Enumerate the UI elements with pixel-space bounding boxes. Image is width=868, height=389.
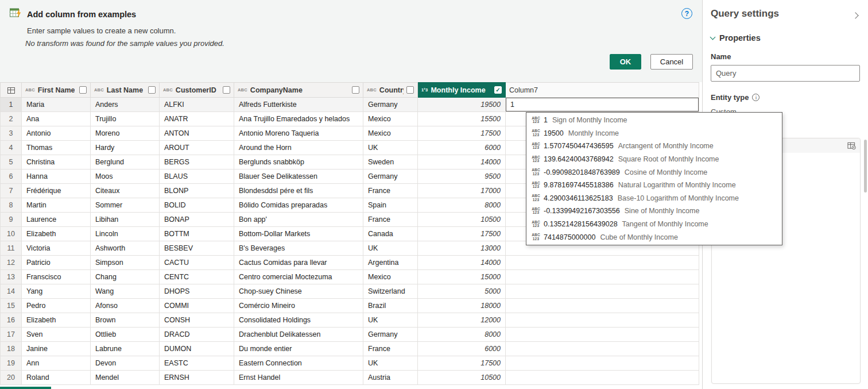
cell[interactable]: 9500 xyxy=(418,170,506,184)
new-column-cell[interactable] xyxy=(506,284,699,299)
row-number[interactable]: 19 xyxy=(1,356,22,371)
example-value-input[interactable] xyxy=(506,98,699,111)
cell[interactable]: Christina xyxy=(22,155,91,170)
cell[interactable]: ALFKI xyxy=(160,98,234,112)
cell[interactable]: BESBEV xyxy=(160,241,234,256)
row-number[interactable]: 4 xyxy=(1,141,22,155)
cell[interactable]: AROUT xyxy=(160,141,234,155)
cell[interactable]: BOTTM xyxy=(160,227,234,241)
row-number[interactable]: 14 xyxy=(1,284,22,299)
cell[interactable]: Canada xyxy=(363,227,418,241)
cell[interactable]: Mexico xyxy=(363,270,418,284)
cell[interactable]: 17500 xyxy=(418,227,506,241)
cell[interactable]: Moos xyxy=(91,170,160,184)
cell[interactable]: Eastern Connection xyxy=(234,356,363,371)
cell[interactable]: Spain xyxy=(363,198,418,213)
row-number[interactable]: 1 xyxy=(1,98,22,112)
cell[interactable]: Sven xyxy=(22,328,91,342)
cell[interactable]: Yang xyxy=(22,284,91,299)
cell[interactable]: Laurence xyxy=(22,213,91,227)
suggestion-item[interactable]: ABC1230.13521428156439028Tangent of Mont… xyxy=(526,218,782,231)
column-checkbox[interactable] xyxy=(79,86,87,94)
cell[interactable]: Roland xyxy=(22,371,91,385)
cell[interactable]: Around the Horn xyxy=(234,141,363,155)
cell[interactable]: Bottom-Dollar Markets xyxy=(234,227,363,241)
suggestion-item[interactable]: ABC1234.2900346113625183Base-10 Logarith… xyxy=(526,192,782,205)
cell[interactable]: Pedro xyxy=(22,299,91,313)
horizontal-scrollbar-thumb[interactable] xyxy=(0,387,51,389)
row-number[interactable]: 7 xyxy=(1,184,22,198)
help-icon[interactable]: ? xyxy=(681,8,692,19)
cell[interactable]: Berglund xyxy=(91,155,160,170)
cell[interactable]: UK xyxy=(363,141,418,155)
cell[interactable]: France xyxy=(363,342,418,356)
suggestion-item[interactable]: ABC1239.8781697445518386Natural Logarith… xyxy=(526,179,782,192)
cell[interactable]: Frédérique xyxy=(22,184,91,198)
cell[interactable]: Ernst Handel xyxy=(234,371,363,385)
suggestion-item[interactable]: ABC12319500Monthly Income xyxy=(526,127,782,140)
cell[interactable]: Cactus Comidas para llevar xyxy=(234,256,363,270)
cell[interactable]: DHOPS xyxy=(160,284,234,299)
cell[interactable]: UK xyxy=(363,313,418,328)
cell[interactable]: 17500 xyxy=(418,126,506,141)
cell[interactable]: ANATR xyxy=(160,112,234,126)
row-number[interactable]: 8 xyxy=(1,198,22,213)
new-column-cell[interactable] xyxy=(506,299,699,313)
cell[interactable]: UK xyxy=(363,241,418,256)
cell[interactable]: 17500 xyxy=(418,356,506,371)
cell[interactable]: Centro comercial Moctezuma xyxy=(234,270,363,284)
vertical-scrollbar-thumb[interactable] xyxy=(864,140,867,192)
suggestion-item[interactable]: ABC123-0.13399492167303556Sine of Monthl… xyxy=(526,205,782,218)
cell[interactable]: Martin xyxy=(22,198,91,213)
suggestion-item[interactable]: ABC123-0.99098201848763989Cosine of Mont… xyxy=(526,165,782,179)
new-column-cell[interactable] xyxy=(506,270,699,284)
cell[interactable]: 10500 xyxy=(418,371,506,385)
cell[interactable]: Comércio Mineiro xyxy=(234,299,363,313)
cell[interactable]: Moreno xyxy=(91,126,160,141)
cell[interactable]: 5000 xyxy=(418,284,506,299)
cell[interactable]: Thomas xyxy=(22,141,91,155)
cell[interactable]: 10500 xyxy=(418,213,506,227)
new-column-cell[interactable] xyxy=(506,371,699,385)
column-header-country[interactable]: ABCCountry xyxy=(363,83,418,98)
column-header-companyname[interactable]: ABCCompanyName xyxy=(234,83,363,98)
cell[interactable]: Anders xyxy=(91,98,160,112)
cell[interactable]: Janine xyxy=(22,342,91,356)
cell[interactable]: Blauer See Delikatessen xyxy=(234,170,363,184)
suggestion-item[interactable]: ABC1231Sign of Monthly Income xyxy=(526,114,782,127)
cell[interactable]: Sommer xyxy=(91,198,160,213)
row-number[interactable]: 10 xyxy=(1,227,22,241)
cell[interactable]: Antonio xyxy=(22,126,91,141)
ok-button[interactable]: OK xyxy=(610,54,641,70)
cell[interactable]: Elizabeth xyxy=(22,313,91,328)
cell[interactable]: Germany xyxy=(363,170,418,184)
cell[interactable]: Bon app' xyxy=(234,213,363,227)
query-name-input[interactable] xyxy=(711,65,860,82)
cell[interactable]: BLONP xyxy=(160,184,234,198)
cell[interactable]: ERNSH xyxy=(160,371,234,385)
suggestion-item[interactable]: ABC1237414875000000Cube of Monthly Incom… xyxy=(526,230,782,244)
cell[interactable]: Bólido Comidas preparadas xyxy=(234,198,363,213)
column-header-customerid[interactable]: ABCCustomerID xyxy=(160,83,234,98)
cell[interactable]: Switzerland xyxy=(363,284,418,299)
cell[interactable]: Germany xyxy=(363,328,418,342)
cell[interactable]: Mexico xyxy=(363,126,418,141)
cell[interactable]: 8000 xyxy=(418,328,506,342)
row-number[interactable]: 18 xyxy=(1,342,22,356)
cell[interactable]: UK xyxy=(363,356,418,371)
column-checkbox[interactable] xyxy=(148,86,156,94)
cell[interactable]: BERGS xyxy=(160,155,234,170)
cell[interactable]: Labrune xyxy=(91,342,160,356)
cell[interactable]: 14000 xyxy=(418,256,506,270)
new-column-cell[interactable] xyxy=(506,98,699,112)
cell[interactable]: Mexico xyxy=(363,112,418,126)
cell[interactable]: Hanna xyxy=(22,170,91,184)
cell[interactable]: Ann xyxy=(22,356,91,371)
properties-section-header[interactable]: Properties xyxy=(711,33,860,43)
row-number[interactable]: 2 xyxy=(1,112,22,126)
cell[interactable]: Austria xyxy=(363,371,418,385)
cell[interactable]: 12000 xyxy=(418,313,506,328)
cell[interactable]: Lincoln xyxy=(91,227,160,241)
cell[interactable]: Simpson xyxy=(91,256,160,270)
cell[interactable]: Consolidated Holdings xyxy=(234,313,363,328)
